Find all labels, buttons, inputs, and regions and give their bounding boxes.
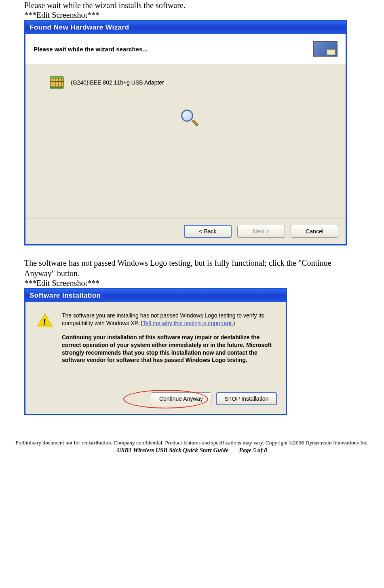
cancel-button[interactable]: Cancel [291, 225, 338, 238]
footer-doc-title: USB1 Wireless USB Stick Quick Start Guid… [117, 447, 228, 453]
tell-me-why-link[interactable]: Tell me why this testing is important. [143, 320, 233, 326]
window-title: Software Installation [30, 292, 101, 299]
dialog-footer: Continue Anyway STOP Installation [25, 368, 286, 414]
footer-page-number: Page 5 of 8 [239, 447, 267, 453]
window-title: Found New Hardware Wizard [30, 23, 129, 31]
instruction-text-2: The software has not passed Windows Logo… [24, 258, 360, 279]
next-button: Next > [237, 225, 285, 238]
dialog-warning-bold: Continuing your installation of this sof… [62, 334, 274, 364]
wizard-body: (G240)IEEE 802.11b+g USB Adapter [25, 64, 346, 218]
wizard-heading: Please wait while the wizard searches... [34, 46, 148, 53]
stop-installation-button[interactable]: STOP Installation [216, 392, 277, 405]
warning-icon [37, 313, 53, 328]
dialog-text: The software you are installing has not … [62, 312, 274, 364]
window-titlebar: Software Installation [25, 289, 286, 302]
page-footer: Preliminary document not for redistribut… [0, 427, 384, 457]
network-card-icon [50, 76, 63, 89]
software-installation-dialog: Software Installation The software you a… [24, 288, 287, 415]
screenshot-placeholder-2: ***Edit Screenshot*** [24, 279, 360, 288]
device-label: (G240)IEEE 802.11b+g USB Adapter [71, 79, 164, 86]
dialog-para-1b: ) [233, 320, 235, 326]
dialog-body: The software you are installing has not … [25, 302, 286, 368]
continue-anyway-button[interactable]: Continue Anyway [151, 392, 211, 405]
wizard-footer: < Back Next > Cancel [25, 218, 346, 244]
screenshot-placeholder-1: ***Edit Screenshot*** [24, 11, 360, 20]
window-titlebar: Found New Hardware Wizard [25, 21, 346, 34]
wizard-header: Please wait while the wizard searches... [25, 34, 346, 64]
back-button[interactable]: < Back [184, 225, 232, 238]
footer-disclaimer: Preliminary document not for redistribut… [1, 440, 383, 446]
magnifier-icon [180, 109, 199, 127]
hardware-icon [313, 41, 338, 57]
hardware-wizard-window: Found New Hardware Wizard Please wait wh… [24, 20, 347, 245]
instruction-text-1: Please wait while the wizard installs th… [24, 0, 360, 11]
